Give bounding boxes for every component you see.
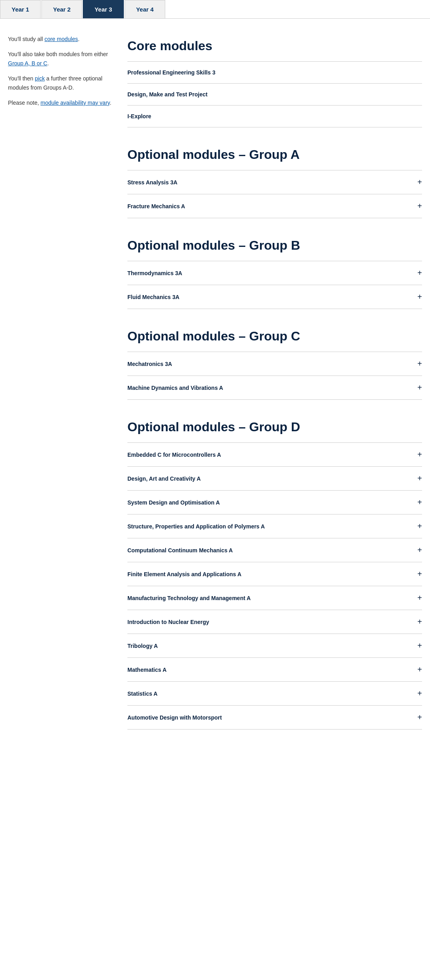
core-modules-title: Core modules bbox=[127, 39, 422, 53]
module-item[interactable]: Structure, Properties and Application of… bbox=[127, 514, 422, 538]
module-item[interactable]: Mathematics A + bbox=[127, 658, 422, 682]
group-c-section: Optional modules – Group C Mechatronics … bbox=[127, 329, 422, 400]
module-item[interactable]: Mechatronics 3A + bbox=[127, 352, 422, 376]
module-item[interactable]: System Design and Optimisation A + bbox=[127, 491, 422, 514]
sidebar-line3: You'll then pick a further three optiona… bbox=[8, 74, 111, 92]
module-name: Embedded C for Microcontrollers A bbox=[127, 452, 221, 458]
tab-year4[interactable]: Year 4 bbox=[125, 0, 165, 18]
module-name: Fracture Mechanics A bbox=[127, 203, 185, 209]
module-item[interactable]: Tribology A + bbox=[127, 634, 422, 658]
expand-icon: + bbox=[417, 641, 422, 650]
module-item[interactable]: Fracture Mechanics A + bbox=[127, 194, 422, 218]
module-name: Statistics A bbox=[127, 690, 158, 697]
module-name: Mathematics A bbox=[127, 667, 166, 673]
core-modules-section: Core modules Professional Engineering Sk… bbox=[127, 39, 422, 127]
expand-icon: + bbox=[417, 292, 422, 301]
module-name: Structure, Properties and Application of… bbox=[127, 523, 265, 530]
expand-icon: + bbox=[417, 383, 422, 392]
group-abc-link[interactable]: Group A, B or C bbox=[8, 60, 47, 67]
module-name: Finite Element Analysis and Applications… bbox=[127, 571, 241, 577]
core-module-item: Design, Make and Test Project bbox=[127, 84, 422, 106]
pick-link[interactable]: pick bbox=[35, 75, 45, 82]
sidebar-line1: You'll study all core modules. bbox=[8, 35, 111, 43]
module-name: Fluid Mechanics 3A bbox=[127, 294, 180, 300]
module-name: Machine Dynamics and Vibrations A bbox=[127, 385, 223, 391]
expand-icon: + bbox=[417, 713, 422, 722]
module-name: Mechatronics 3A bbox=[127, 361, 172, 367]
module-name: Thermodynamics 3A bbox=[127, 270, 182, 276]
module-item[interactable]: Finite Element Analysis and Applications… bbox=[127, 562, 422, 586]
expand-icon: + bbox=[417, 593, 422, 602]
module-name: Computational Continuum Mechanics A bbox=[127, 547, 233, 554]
expand-icon: + bbox=[417, 474, 422, 483]
group-d-section: Optional modules – Group D Embedded C fo… bbox=[127, 420, 422, 730]
core-module-item: I-Explore bbox=[127, 106, 422, 127]
core-module-name: I-Explore bbox=[127, 113, 151, 119]
sidebar-line2: You'll also take both modules from eithe… bbox=[8, 50, 111, 68]
expand-icon: + bbox=[417, 689, 422, 698]
year-tabs: Year 1 Year 2 Year 3 Year 4 bbox=[0, 0, 430, 19]
expand-icon: + bbox=[417, 201, 422, 211]
module-item[interactable]: Thermodynamics 3A + bbox=[127, 261, 422, 285]
expand-icon: + bbox=[417, 268, 422, 278]
module-name: Introduction to Nuclear Energy bbox=[127, 619, 209, 625]
group-c-title: Optional modules – Group C bbox=[127, 329, 422, 344]
module-name: Automotive Design with Motorsport bbox=[127, 714, 222, 721]
expand-icon: + bbox=[417, 450, 422, 459]
expand-icon: + bbox=[417, 178, 422, 187]
module-item[interactable]: Statistics A + bbox=[127, 682, 422, 706]
module-name: System Design and Optimisation A bbox=[127, 499, 220, 506]
module-item[interactable]: Manufacturing Technology and Management … bbox=[127, 586, 422, 610]
tab-year2[interactable]: Year 2 bbox=[41, 0, 82, 18]
group-a-section: Optional modules – Group A Stress Analys… bbox=[127, 147, 422, 218]
tab-year3[interactable]: Year 3 bbox=[83, 0, 123, 18]
module-item[interactable]: Machine Dynamics and Vibrations A + bbox=[127, 376, 422, 400]
main-layout: You'll study all core modules. You'll al… bbox=[0, 19, 430, 765]
content-area: Core modules Professional Engineering Sk… bbox=[127, 35, 422, 749]
expand-icon: + bbox=[417, 359, 422, 368]
core-module-item: Professional Engineering Skills 3 bbox=[127, 61, 422, 84]
group-b-section: Optional modules – Group B Thermodynamic… bbox=[127, 238, 422, 309]
sidebar: You'll study all core modules. You'll al… bbox=[8, 35, 111, 749]
module-name: Tribology A bbox=[127, 643, 158, 649]
module-item[interactable]: Computational Continuum Mechanics A + bbox=[127, 538, 422, 562]
core-module-name: Design, Make and Test Project bbox=[127, 91, 207, 98]
sidebar-line4: Please note, module availability may var… bbox=[8, 98, 111, 107]
tab-year1[interactable]: Year 1 bbox=[0, 0, 41, 18]
module-item[interactable]: Stress Analysis 3A + bbox=[127, 170, 422, 194]
group-b-title: Optional modules – Group B bbox=[127, 238, 422, 253]
expand-icon: + bbox=[417, 569, 422, 579]
core-modules-link[interactable]: core modules bbox=[45, 36, 78, 42]
module-item[interactable]: Fluid Mechanics 3A + bbox=[127, 285, 422, 309]
module-item[interactable]: Embedded C for Microcontrollers A + bbox=[127, 442, 422, 467]
expand-icon: + bbox=[417, 522, 422, 531]
expand-icon: + bbox=[417, 546, 422, 555]
module-item[interactable]: Design, Art and Creativity A + bbox=[127, 467, 422, 491]
expand-icon: + bbox=[417, 665, 422, 674]
module-name: Stress Analysis 3A bbox=[127, 179, 178, 186]
group-d-title: Optional modules – Group D bbox=[127, 420, 422, 434]
module-name: Manufacturing Technology and Management … bbox=[127, 595, 251, 601]
expand-icon: + bbox=[417, 498, 422, 507]
module-name: Design, Art and Creativity A bbox=[127, 475, 201, 482]
expand-icon: + bbox=[417, 617, 422, 626]
core-module-name: Professional Engineering Skills 3 bbox=[127, 69, 215, 76]
availability-link[interactable]: module availability may vary bbox=[41, 100, 110, 106]
module-item[interactable]: Introduction to Nuclear Energy + bbox=[127, 610, 422, 634]
module-item[interactable]: Automotive Design with Motorsport + bbox=[127, 706, 422, 730]
group-a-title: Optional modules – Group A bbox=[127, 147, 422, 162]
